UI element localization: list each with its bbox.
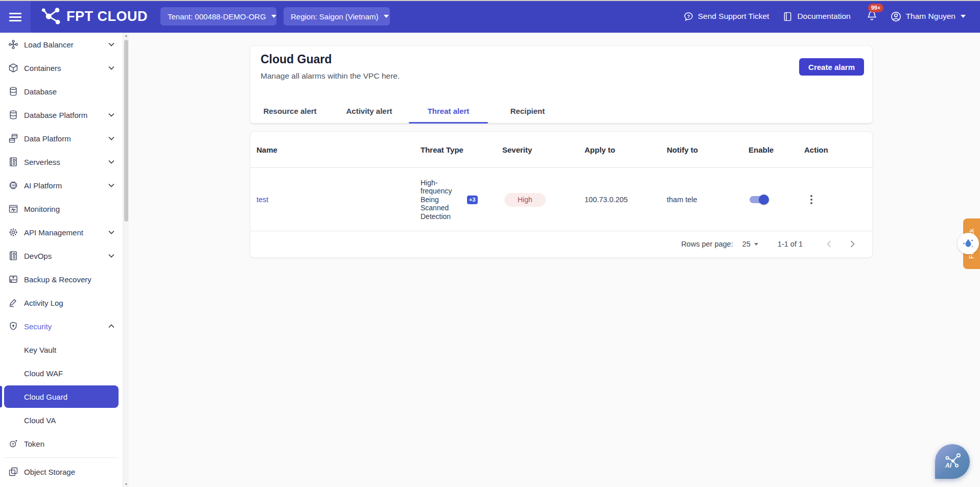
- scrollbar-down-arrow[interactable]: ▼: [123, 482, 129, 486]
- previous-page-button[interactable]: [822, 237, 835, 251]
- sidebar-item-key-vault[interactable]: Key Vault: [0, 338, 123, 361]
- table-row: test High-frequency Being Scanned Detect…: [250, 168, 872, 231]
- data-platform-icon: [8, 133, 18, 143]
- chevron-down-icon: [108, 42, 114, 46]
- column-header-apply-to: Apply to: [585, 132, 615, 168]
- ai-molecule-icon: AI: [942, 451, 963, 472]
- sidebar-item-cloud-va[interactable]: Cloud VA: [0, 408, 123, 432]
- apply-to-cell: 100.73.0.205: [585, 168, 628, 231]
- severity-badge: High: [504, 193, 546, 207]
- sidebar-item-object-storage[interactable]: Object Storage: [0, 460, 123, 483]
- alarms-table-card: Name Threat Type Severity Apply to Notif…: [250, 131, 873, 258]
- activity-log-icon: [8, 298, 18, 308]
- sidebar-item-cloud-guard[interactable]: Cloud Guard: [4, 385, 119, 408]
- sidebar-item-label: Cloud Guard: [24, 393, 67, 401]
- sidebar-item-label: Database: [24, 87, 114, 96]
- chevron-down-icon: [384, 15, 389, 18]
- create-alarm-button[interactable]: Create alarm: [799, 58, 864, 76]
- enable-toggle[interactable]: [750, 194, 768, 205]
- row-actions-menu-button[interactable]: [807, 192, 815, 207]
- column-header-action: Action: [804, 132, 828, 168]
- rows-per-page-select[interactable]: 25: [742, 240, 758, 248]
- sidebar-item-label: Cloud WAF: [24, 369, 114, 378]
- threat-type-more-badge[interactable]: +3: [467, 196, 478, 204]
- sidebar-item-activity-log[interactable]: Activity Log: [0, 291, 123, 314]
- sidebar-item-serverless[interactable]: Serverless: [0, 150, 123, 174]
- topbar-right: ? Send Support Ticket Documentation 99+ …: [670, 10, 980, 23]
- brand-logo[interactable]: FPT CLOUD: [41, 6, 148, 27]
- database-icon: [8, 86, 18, 96]
- user-menu[interactable]: Tham Nguyen: [890, 11, 966, 22]
- documentation-button[interactable]: Documentation: [782, 11, 850, 22]
- sidebar-item-devops[interactable]: DevOps: [0, 244, 123, 267]
- threat-type-text: High-frequency Being Scanned Detection: [421, 179, 457, 221]
- column-header-severity: Severity: [502, 132, 532, 168]
- sidebar-item-ai-platform[interactable]: AI AI Platform: [0, 174, 123, 197]
- chevron-down-icon: [108, 136, 114, 140]
- table-header: Name Threat Type Severity Apply to Notif…: [250, 132, 872, 168]
- sidebar-item-monitoring[interactable]: Monitoring: [0, 197, 123, 221]
- chevron-down-icon: [271, 15, 276, 18]
- sidebar-item-label: Database Platform: [24, 111, 108, 119]
- tab-threat-alert[interactable]: Threat alert: [409, 99, 488, 123]
- api-management-icon: [8, 227, 18, 237]
- molecule-logo-icon: [41, 6, 64, 27]
- page-title: Cloud Guard: [261, 53, 332, 66]
- water-drop-icon: [962, 237, 975, 250]
- sidebar-scrollbar[interactable]: ▲ ▼: [123, 33, 129, 487]
- severity-cell: High: [504, 168, 546, 231]
- page-header-card: Cloud Guard Manage all alarms within the…: [250, 45, 873, 124]
- feedback-bubble[interactable]: [958, 233, 979, 254]
- chevron-left-icon: [827, 240, 831, 248]
- chevron-down-icon: [108, 230, 114, 234]
- sidebar-item-backup-recovery[interactable]: Backup & Recovery: [0, 267, 123, 291]
- region-dropdown[interactable]: Region: Saigon (Vietnam): [284, 7, 390, 26]
- documentation-book-icon: [782, 11, 793, 22]
- sidebar-item-token[interactable]: T Token: [0, 432, 123, 455]
- sidebar-item-data-platform[interactable]: Data Platform: [0, 127, 123, 150]
- sidebar-item-database-platform[interactable]: Database Platform: [0, 103, 123, 127]
- topbar: FPT CLOUD Tenant: 000488-DEMO-ORG Region…: [0, 0, 980, 33]
- chevron-down-icon: [108, 113, 114, 117]
- enable-cell: [750, 168, 768, 231]
- rows-per-page-value: 25: [742, 240, 751, 248]
- toggle-knob: [759, 194, 769, 205]
- ai-assistant-button[interactable]: AI: [935, 444, 970, 479]
- sidebar-item-label: Containers: [24, 64, 108, 72]
- sidebar-item-api-management[interactable]: API Management: [0, 221, 123, 244]
- scrollbar-thumb[interactable]: [124, 40, 128, 222]
- sidebar-item-load-balancer[interactable]: Load Balancer: [0, 33, 123, 56]
- column-header-enable: Enable: [749, 132, 774, 168]
- object-storage-icon: [8, 467, 18, 477]
- action-cell: [807, 168, 815, 231]
- sidebar-item-security[interactable]: Security: [0, 314, 123, 338]
- sidebar-item-label: Backup & Recovery: [24, 275, 114, 284]
- notifications-button[interactable]: 99+: [866, 10, 878, 23]
- alarm-name-cell: test: [256, 168, 268, 231]
- tenant-dropdown[interactable]: Tenant: 000488-DEMO-ORG: [160, 7, 276, 26]
- sidebar-item-label: Token: [24, 440, 114, 448]
- chevron-down-icon: [108, 183, 114, 187]
- send-support-ticket-label: Send Support Ticket: [698, 12, 769, 21]
- sidebar-item-database[interactable]: Database: [0, 80, 123, 103]
- hamburger-menu-button[interactable]: [0, 1, 31, 33]
- hamburger-icon: [9, 11, 21, 23]
- send-support-ticket-button[interactable]: ? Send Support Ticket: [683, 11, 769, 22]
- threat-type-more-cell: +3: [467, 168, 478, 231]
- column-header-threat-type: Threat Type: [421, 132, 463, 168]
- sidebar-item-cloud-waf[interactable]: Cloud WAF: [0, 361, 123, 385]
- chevron-up-icon: [108, 324, 114, 328]
- next-page-button[interactable]: [846, 237, 859, 251]
- tenant-label: Tenant: 000488-DEMO-ORG: [168, 12, 266, 21]
- apply-to-value: 100.73.0.205: [585, 196, 628, 204]
- tab-activity-alert[interactable]: Activity alert: [330, 99, 409, 123]
- ai-platform-icon: AI: [8, 180, 18, 190]
- page-subtitle: Manage all alarms within the VPC here.: [261, 71, 400, 81]
- sidebar-item-label: Serverless: [24, 158, 108, 166]
- scrollbar-up-arrow[interactable]: ▲: [123, 34, 129, 37]
- database-platform-icon: [8, 110, 18, 120]
- tab-recipient[interactable]: Recipient: [488, 99, 567, 123]
- tab-resource-alert[interactable]: Resource alert: [250, 99, 330, 123]
- alarm-name-link[interactable]: test: [256, 196, 268, 204]
- sidebar-item-containers[interactable]: Containers: [0, 56, 123, 80]
